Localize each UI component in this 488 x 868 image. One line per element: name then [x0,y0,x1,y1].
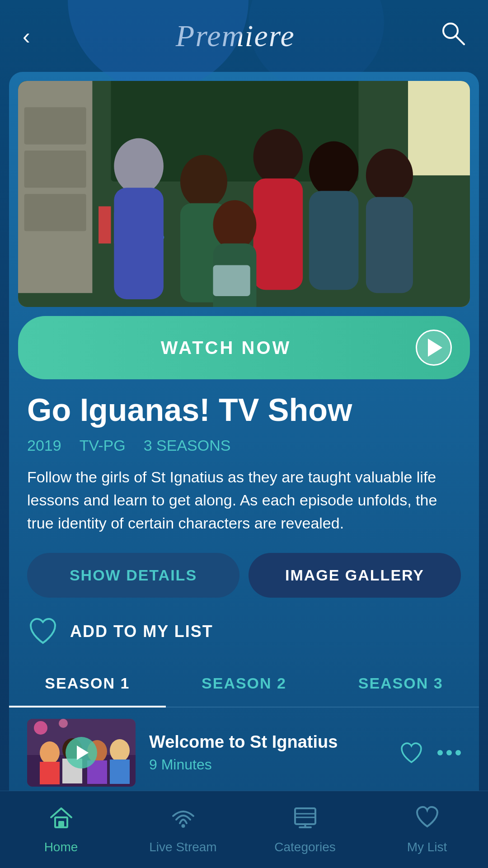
nav-home-label: Home [44,840,78,854]
svg-rect-7 [24,194,86,231]
nav-live-stream-label: Live Stream [149,840,216,854]
svg-rect-14 [408,81,470,175]
svg-point-33 [366,149,413,202]
svg-point-61 [181,824,185,828]
episode-favorite-button[interactable] [399,741,424,765]
episode-title: Welcome to St Ignatius [149,732,385,752]
show-meta: 2019 TV-PG 3 SEASONS [27,437,461,454]
nav-my-list-label: My List [407,840,447,854]
bottom-nav: Home Live Stream Categories [0,791,488,868]
nav-my-list[interactable]: My List [366,791,488,868]
svg-rect-34 [366,197,413,293]
svg-rect-45 [110,760,130,784]
hero-image [18,81,470,307]
search-button[interactable] [441,21,465,51]
grid-icon [293,805,318,835]
episode-more-button[interactable] [437,750,461,755]
svg-point-47 [59,719,68,728]
svg-rect-32 [309,191,359,290]
svg-rect-62 [295,808,315,824]
svg-rect-35 [213,265,250,296]
svg-point-25 [180,155,227,208]
heart-nav-icon [415,805,440,835]
svg-point-44 [110,739,130,762]
show-details-button[interactable]: SHOW DETAILS [27,553,239,598]
season-1-tab[interactable]: SEASON 1 [9,661,166,708]
add-to-list-label: ADD TO MY LIST [70,622,213,641]
show-title: Go Iguanas! TV Show [27,393,461,428]
wifi-icon [171,805,196,835]
svg-point-31 [309,142,359,197]
show-info: Go Iguanas! TV Show 2019 TV-PG 3 SEASONS… [9,384,479,661]
watch-now-button[interactable]: WATCH NOW [18,316,470,379]
season-3-tab[interactable]: SEASON 3 [322,661,479,707]
watch-now-label: WATCH NOW [36,338,416,358]
nav-categories[interactable]: Categories [244,791,366,868]
main-card: WATCH NOW Go Iguanas! TV Show 2019 TV-PG… [9,72,479,868]
show-seasons: 3 SEASONS [144,437,231,454]
episode-thumbnail[interactable] [27,719,136,787]
episode-item: Welcome to St Ignatius 9 Minutes [9,708,479,798]
episode-duration: 9 Minutes [149,756,385,773]
svg-rect-39 [40,762,60,784]
show-rating: TV-PG [80,437,126,454]
svg-point-46 [34,721,47,735]
season-tabs: SEASON 1 SEASON 2 SEASON 3 [9,661,479,708]
svg-rect-5 [24,107,86,144]
show-year: 2019 [27,437,61,454]
svg-rect-8 [99,206,111,243]
nav-categories-label: Categories [274,840,335,854]
svg-point-23 [114,138,164,194]
episode-play-button[interactable] [66,737,97,769]
episode-info: Welcome to St Ignatius 9 Minutes [149,732,385,773]
back-button[interactable]: ‹ [23,23,30,49]
svg-line-1 [455,36,464,44]
svg-rect-24 [114,188,164,299]
svg-rect-60 [58,821,64,827]
action-buttons: SHOW DETAILS IMAGE GALLERY [27,553,461,598]
home-icon [49,805,74,835]
svg-point-29 [213,200,257,250]
add-to-list-button[interactable]: ADD TO MY LIST [27,616,461,647]
nav-home[interactable]: Home [0,791,122,868]
svg-point-38 [40,741,60,764]
heart-icon [27,616,59,647]
svg-rect-6 [24,151,86,188]
nav-live-stream[interactable]: Live Stream [122,791,244,868]
show-description: Follow the girls of St Ignatius as they … [27,466,461,535]
svg-point-27 [253,129,303,184]
play-icon [416,330,452,366]
season-2-tab[interactable]: SEASON 2 [166,661,323,707]
app-title: Premiere [176,18,295,54]
episode-actions [399,741,461,765]
image-gallery-button[interactable]: IMAGE GALLERY [249,553,461,598]
header: ‹ Premiere [0,0,488,63]
svg-rect-28 [253,179,303,290]
